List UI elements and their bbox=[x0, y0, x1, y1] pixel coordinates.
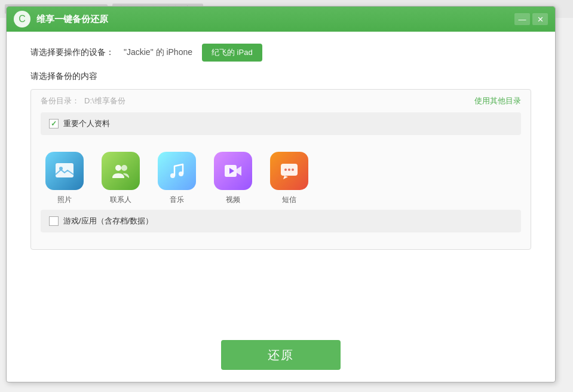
svg-point-6 bbox=[170, 173, 175, 178]
games-apps-label: 游戏/应用（含存档/数据） bbox=[63, 216, 153, 226]
music-icon bbox=[166, 160, 188, 182]
restore-btn-wrap: 还原 bbox=[30, 316, 531, 370]
directory-row: 备份目录： D:\维享备份 使用其他目录 bbox=[31, 90, 531, 112]
music-label: 音乐 bbox=[170, 195, 184, 205]
important-data-header: 重要个人资料 bbox=[49, 118, 513, 129]
sms-icon bbox=[278, 160, 300, 182]
svg-rect-2 bbox=[56, 163, 73, 177]
important-data-label: 重要个人资料 bbox=[63, 118, 110, 129]
dir-label: 备份目录： bbox=[41, 96, 79, 106]
photo-label: 照片 bbox=[57, 195, 72, 205]
svg-point-13 bbox=[284, 169, 287, 171]
video-icon-item[interactable]: 视频 bbox=[214, 152, 252, 205]
device-selector-row: 请选择要操作的设备： "Jackie" 的 iPhone 纪飞的 iPad bbox=[30, 32, 531, 71]
photo-icon-item[interactable]: 照片 bbox=[45, 152, 84, 205]
important-data-checkbox[interactable] bbox=[49, 119, 59, 128]
device-row-label: 请选择要操作的设备： bbox=[30, 47, 114, 58]
dir-value: D:\维享备份 bbox=[84, 96, 125, 106]
svg-point-5 bbox=[121, 165, 127, 171]
video-icon-box bbox=[214, 152, 252, 190]
contacts-label: 联系人 bbox=[110, 195, 131, 205]
sms-label: 短信 bbox=[282, 195, 296, 205]
music-icon-item[interactable]: 音乐 bbox=[158, 152, 196, 205]
sms-icon-box bbox=[270, 152, 308, 190]
main-dialog: C 维享一键备份还原 — ✕ 请选择要操作的设备： "Jackie" 的 iPh… bbox=[6, 6, 556, 382]
close-button[interactable]: ✕ bbox=[532, 13, 548, 25]
svg-marker-12 bbox=[283, 176, 288, 179]
svg-point-14 bbox=[288, 169, 290, 171]
sms-icon-item[interactable]: 短信 bbox=[270, 152, 308, 205]
backup-card: 备份目录： D:\维享备份 使用其他目录 重要个人资料 bbox=[30, 89, 531, 250]
svg-text:C: C bbox=[19, 14, 26, 24]
svg-marker-9 bbox=[237, 166, 241, 176]
svg-point-7 bbox=[179, 172, 183, 176]
games-apps-checkbox[interactable] bbox=[49, 216, 59, 226]
restore-button[interactable]: 还原 bbox=[221, 340, 341, 370]
content-area: 请选择要操作的设备： "Jackie" 的 iPhone 纪飞的 iPad 请选… bbox=[7, 32, 555, 382]
svg-point-4 bbox=[115, 165, 121, 171]
contacts-icon-item[interactable]: 联系人 bbox=[102, 152, 140, 205]
video-label: 视频 bbox=[226, 195, 240, 205]
video-icon bbox=[222, 160, 244, 182]
contacts-icon-box bbox=[102, 152, 140, 190]
device-1-name[interactable]: "Jackie" 的 iPhone bbox=[124, 47, 192, 58]
contacts-icon bbox=[110, 160, 131, 182]
music-icon-box bbox=[158, 152, 196, 190]
app-logo: C bbox=[14, 11, 30, 27]
minimize-button[interactable]: — bbox=[514, 13, 530, 25]
window-controls: — ✕ bbox=[514, 13, 548, 25]
games-apps-section: 游戏/应用（含存档/数据） bbox=[41, 210, 521, 232]
device-2-tab[interactable]: 纪飞的 iPad bbox=[202, 44, 262, 62]
svg-point-15 bbox=[292, 169, 294, 171]
section-title: 请选择备份的内容 bbox=[30, 71, 531, 82]
important-data-section: 重要个人资料 bbox=[41, 112, 521, 135]
photo-icon-box bbox=[45, 152, 84, 190]
photo-icon bbox=[54, 160, 75, 182]
title-bar: C 维享一键备份还原 — ✕ bbox=[7, 7, 555, 32]
games-apps-header: 游戏/应用（含存档/数据） bbox=[49, 216, 513, 226]
use-other-dir-link[interactable]: 使用其他目录 bbox=[474, 96, 521, 106]
window-title: 维享一键备份还原 bbox=[36, 14, 508, 25]
content-icons-grid: 照片 联系人 bbox=[31, 142, 531, 207]
